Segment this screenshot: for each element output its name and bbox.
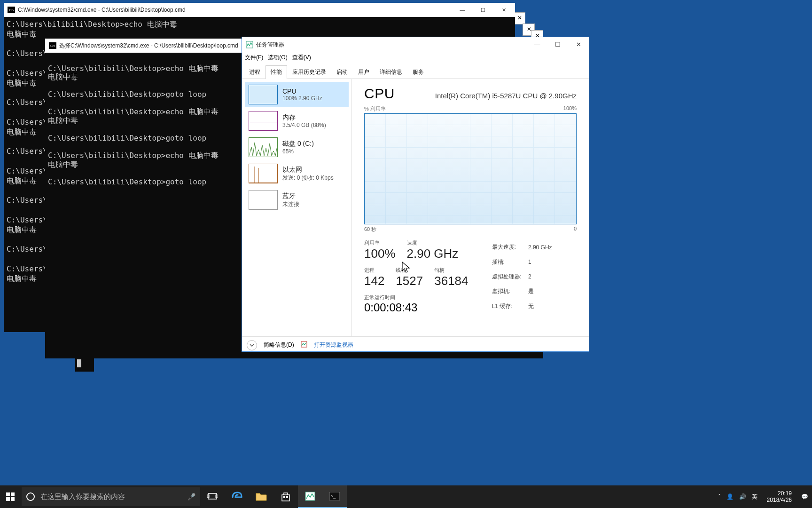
close-button[interactable]: ✕ — [493, 4, 514, 16]
speed-value: 2.90 GHz — [407, 246, 459, 261]
taskbar-store[interactable] — [273, 485, 298, 508]
ethernet-thumb-icon — [249, 164, 278, 183]
speed-label: 速度 — [407, 239, 459, 246]
sidebar-item-memory[interactable]: 内存 3.5/4.0 GB (88%) — [245, 108, 349, 134]
threads-label: 线程 — [396, 267, 423, 274]
detail-heading: CPU — [364, 86, 395, 102]
clock-time: 20:19 — [767, 490, 792, 497]
taskview-button[interactable] — [200, 485, 225, 508]
tab-processes[interactable]: 进程 — [244, 65, 265, 79]
tray-people-icon[interactable]: 👤 — [726, 493, 734, 500]
memory-label: 内存 — [282, 113, 326, 122]
taskbar[interactable]: 在这里输入你要搜索的内容 🎤 >_ ˄ 👤 🔊 英 20:19 2018/4/2… — [0, 485, 812, 508]
chevron-down-icon — [250, 343, 254, 348]
sidebar-item-disk[interactable]: 磁盘 0 (C:) 65% — [245, 135, 349, 160]
util-label: 利用率 — [364, 239, 396, 246]
cmd-icon: C:\ — [49, 42, 56, 49]
maximize-button[interactable]: ☐ — [547, 37, 568, 51]
notifications-icon[interactable]: 💬 — [801, 493, 808, 500]
ethernet-sub: 发送: 0 接收: 0 Kbps — [282, 174, 334, 182]
system-tray[interactable]: ˄ 👤 🔊 英 20:19 2018/4/26 💬 — [718, 485, 812, 508]
handles-value: 36184 — [434, 274, 468, 288]
taskmgr-footer: 简略信息(D) 打开资源监视器 — [242, 336, 589, 353]
minimize-button[interactable]: — — [452, 4, 473, 16]
svg-text:>_: >_ — [331, 494, 336, 499]
bluetooth-label: 蓝牙 — [282, 192, 299, 200]
minimize-button[interactable]: — — [527, 37, 547, 51]
performance-sidebar: CPU 100% 2.90 GHz 内存 3.5/4.0 GB (88%) 磁盘… — [242, 79, 352, 336]
disk-thumb-icon — [249, 137, 278, 157]
menu-view[interactable]: 查看(V) — [292, 54, 311, 62]
taskview-icon — [207, 492, 218, 501]
close-button[interactable]: ✕ — [568, 37, 589, 51]
start-button[interactable] — [0, 485, 21, 508]
cpu-label: CPU — [282, 87, 322, 95]
tab-startup[interactable]: 启动 — [331, 65, 353, 79]
svg-rect-12 — [283, 496, 285, 498]
collapse-label[interactable]: 简略信息(D) — [264, 341, 294, 349]
taskbar-edge[interactable] — [225, 485, 249, 508]
store-icon — [281, 492, 291, 502]
search-box[interactable]: 在这里输入你要搜索的内容 🎤 — [22, 487, 200, 506]
cpu-info-table: 最大速度:2.90 GHz 插槽:1 虚拟处理器:2 虚拟机:是 L1 缓存:无 — [491, 239, 559, 314]
taskbar-explorer[interactable] — [249, 485, 273, 508]
processes-value: 142 — [364, 274, 384, 288]
tab-history[interactable]: 应用历史记录 — [287, 65, 331, 79]
cpu-thumb-icon — [249, 85, 278, 104]
chart-bottom-left-label: 60 秒 — [364, 226, 376, 233]
uptime-value: 0:00:08:43 — [364, 301, 468, 314]
tab-details[interactable]: 详细信息 — [375, 65, 407, 79]
mic-icon[interactable]: 🎤 — [187, 493, 195, 500]
sidebar-item-bluetooth[interactable]: 蓝牙 未连接 — [245, 187, 349, 213]
cpu-sub: 100% 2.90 GHz — [282, 95, 322, 102]
ime-indicator[interactable]: 英 — [752, 493, 757, 501]
chart-top-right-label: 100% — [563, 105, 577, 112]
svg-rect-8 — [11, 497, 15, 501]
search-placeholder: 在这里输入你要搜索的内容 — [40, 492, 182, 501]
cpu-usage-chart[interactable] — [364, 113, 577, 224]
taskbar-cmd[interactable]: >_ — [322, 485, 347, 508]
cpu-model: Intel(R) Core(TM) i5-5287U CPU @ 2.90GHz — [435, 92, 577, 100]
tab-services[interactable]: 服务 — [407, 65, 429, 79]
menu-bar: 文件(F) 选项(O) 查看(V) — [242, 52, 589, 64]
threads-value: 1527 — [396, 274, 423, 288]
svg-rect-13 — [286, 496, 288, 498]
task-manager-window[interactable]: 任务管理器 — ☐ ✕ 文件(F) 选项(O) 查看(V) 进程 性能 应用历史… — [242, 37, 589, 352]
tab-users[interactable]: 用户 — [353, 65, 375, 79]
menu-options[interactable]: 选项(O) — [268, 54, 287, 62]
tab-bar: 进程 性能 应用历史记录 启动 用户 详细信息 服务 — [242, 64, 589, 79]
sidebar-item-ethernet[interactable]: 以太网 发送: 0 接收: 0 Kbps — [245, 161, 349, 186]
bluetooth-thumb-icon — [249, 190, 278, 210]
sidebar-item-cpu[interactable]: CPU 100% 2.90 GHz — [245, 82, 349, 107]
menu-file[interactable]: 文件(F) — [245, 54, 263, 62]
clock[interactable]: 20:19 2018/4/26 — [763, 490, 796, 504]
svg-rect-7 — [6, 497, 10, 501]
edge-icon — [231, 491, 243, 503]
clock-date: 2018/4/26 — [767, 497, 792, 503]
taskmgr-titlebar[interactable]: 任务管理器 — ☐ ✕ — [242, 37, 589, 52]
taskmgr-title: 任务管理器 — [256, 41, 284, 49]
processes-label: 进程 — [364, 267, 384, 274]
maximize-button[interactable]: ☐ — [473, 4, 493, 16]
cortana-icon — [26, 492, 35, 501]
svg-rect-9 — [208, 493, 217, 499]
taskbar-taskmgr[interactable] — [298, 485, 322, 508]
collapse-button[interactable] — [247, 340, 257, 350]
memory-sub: 3.5/4.0 GB (88%) — [282, 122, 326, 128]
taskmgr-icon — [246, 41, 253, 48]
cmd1-titlebar[interactable]: C:\ C:\Windows\system32\cmd.exe - C:\Use… — [4, 3, 515, 17]
cmd1-title: C:\Windows\system32\cmd.exe - C:\Users\b… — [18, 7, 186, 13]
disk-sub: 65% — [282, 148, 314, 155]
svg-rect-5 — [6, 492, 10, 496]
memory-thumb-icon — [249, 111, 278, 131]
cmd2-title: 选择C:\Windows\system32\cmd.exe - C:\Users… — [59, 42, 238, 50]
open-resmon-link[interactable]: 打开资源监视器 — [314, 341, 353, 349]
tray-volume-icon[interactable]: 🔊 — [739, 493, 746, 500]
tray-chevron-icon[interactable]: ˄ — [718, 493, 721, 500]
cmd-icon: C:\ — [8, 7, 15, 13]
folder-icon — [256, 492, 267, 501]
bg-cmd-cursor — [75, 357, 94, 372]
resmon-icon — [301, 341, 307, 349]
util-value: 100% — [364, 246, 396, 261]
tab-performance[interactable]: 性能 — [265, 65, 287, 79]
